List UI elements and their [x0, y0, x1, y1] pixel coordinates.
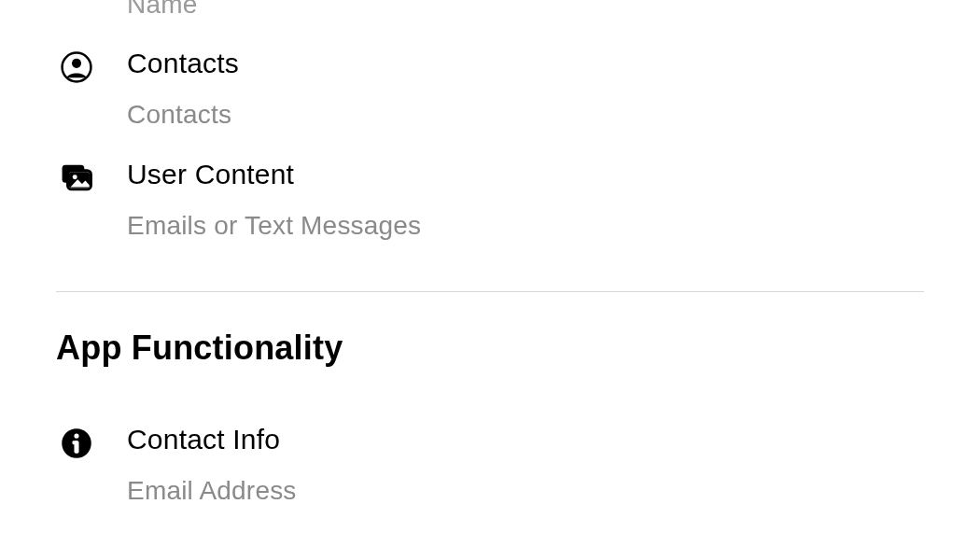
section-heading-app-functionality: App Functionality [56, 328, 924, 368]
item-subtitle: Emails or Text Messages [127, 209, 924, 243]
item-text: User Content Emails or Text Messages [127, 156, 924, 243]
info-circle-icon [56, 423, 97, 464]
content-area: Name Contacts Contacts [0, 0, 980, 560]
section-divider [56, 291, 924, 292]
photos-stack-icon [56, 158, 97, 199]
svg-point-6 [73, 175, 77, 179]
item-title: Contacts [127, 45, 924, 81]
privacy-details-scroll[interactable]: Name Contacts Contacts [0, 0, 980, 560]
svg-point-8 [74, 433, 78, 438]
item-title: User Content [127, 156, 924, 192]
data-item-contacts: Contacts Contacts [56, 45, 924, 132]
item-text: Contacts Contacts [127, 45, 924, 132]
data-item-user-content: User Content Emails or Text Messages [56, 156, 924, 243]
svg-rect-10 [73, 441, 78, 444]
item-text: Contact Info Email Address [127, 421, 924, 508]
svg-point-1 [72, 58, 81, 67]
item-subtitle: Email Address [127, 474, 924, 508]
prior-item-subtitle: Name [127, 0, 924, 21]
data-item-contact-info: Contact Info Email Address [56, 421, 924, 508]
item-subtitle: Contacts [127, 98, 924, 132]
item-title: Contact Info [127, 421, 924, 457]
person-circle-icon [56, 47, 97, 88]
